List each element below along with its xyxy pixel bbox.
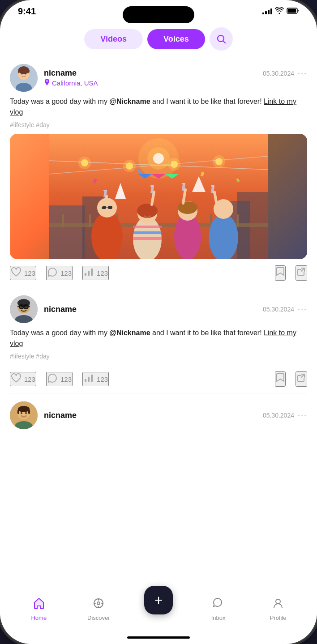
svg-rect-43 bbox=[108, 206, 112, 209]
post-1-stats-button[interactable]: 123 bbox=[82, 266, 109, 280]
svg-point-31 bbox=[213, 155, 225, 168]
avatar-man-image bbox=[10, 295, 38, 323]
stats-icon bbox=[83, 267, 94, 279]
post-1-more-button[interactable]: ··· bbox=[298, 68, 307, 78]
post-1-image[interactable] bbox=[10, 134, 307, 259]
nav-inbox-label: Inbox bbox=[211, 614, 226, 621]
post-3-date: 05.30.2024 bbox=[263, 412, 294, 419]
svg-point-81 bbox=[20, 305, 24, 309]
post-2-comment-button[interactable]: 123 bbox=[46, 372, 73, 386]
post-2-link[interactable]: Link to my vlog bbox=[10, 329, 296, 347]
add-post-button[interactable]: + bbox=[144, 586, 173, 614]
nav-inbox[interactable]: Inbox bbox=[188, 597, 248, 621]
search-button[interactable] bbox=[210, 27, 233, 51]
wifi-icon bbox=[275, 7, 284, 16]
svg-rect-93 bbox=[17, 409, 19, 414]
post-1-actions: 123 123 bbox=[10, 259, 307, 287]
stats-icon-2 bbox=[83, 373, 94, 385]
svg-rect-87 bbox=[88, 377, 90, 382]
post-1-like-button[interactable]: 123 bbox=[10, 266, 36, 280]
comment-icon-2 bbox=[47, 373, 58, 385]
post-1-meta: nicname 05.30.2024 ··· bbox=[44, 68, 307, 87]
post-3-avatar[interactable] bbox=[10, 401, 38, 429]
svg-rect-86 bbox=[85, 379, 86, 382]
svg-rect-97 bbox=[21, 416, 27, 418]
post-2-more-button[interactable]: ··· bbox=[298, 305, 307, 314]
location-icon bbox=[44, 79, 50, 86]
post-2-username[interactable]: nicname bbox=[44, 305, 77, 314]
home-indicator bbox=[0, 631, 317, 644]
post-2-share-button[interactable] bbox=[296, 371, 307, 387]
phone-frame: 9:41 bbox=[0, 0, 317, 644]
nav-home[interactable]: Home bbox=[9, 597, 69, 621]
tab-voices[interactable]: Voices bbox=[147, 29, 205, 49]
bookmark-icon-2 bbox=[276, 372, 285, 383]
post-2-date: 05.30.2024 bbox=[263, 306, 294, 313]
post-2-stats-count: 123 bbox=[97, 375, 108, 383]
post-3-more-button[interactable]: ··· bbox=[298, 411, 307, 420]
profile-icon bbox=[272, 597, 284, 613]
svg-point-10 bbox=[18, 66, 29, 74]
post-2-avatar[interactable] bbox=[10, 295, 38, 323]
svg-point-99 bbox=[97, 602, 100, 605]
avatar-image bbox=[10, 64, 38, 92]
svg-rect-88 bbox=[91, 375, 93, 382]
post-1-share-button[interactable] bbox=[296, 265, 307, 281]
svg-rect-17 bbox=[62, 214, 64, 227]
post-1-bookmark-button[interactable] bbox=[275, 265, 286, 281]
post-2-meta: nicname 05.30.2024 ··· bbox=[44, 305, 307, 314]
post-3-name-row: nicname 05.30.2024 ··· bbox=[44, 411, 307, 420]
post-2-comments-count: 123 bbox=[60, 375, 72, 383]
post-3-username[interactable]: nicname bbox=[44, 411, 77, 420]
post-2-tags: #lifestyle #day bbox=[10, 353, 307, 360]
post-1-name-row: nicname 05.30.2024 ··· bbox=[44, 68, 307, 78]
post-1-link[interactable]: Link to my vlog bbox=[10, 98, 296, 116]
svg-rect-73 bbox=[88, 271, 90, 276]
home-bar bbox=[127, 636, 190, 639]
post-1-stats-count: 123 bbox=[97, 269, 108, 277]
post-1-location-text: California, USA bbox=[52, 79, 98, 87]
post-1-header: nicname 05.30.2024 ··· bbox=[10, 64, 307, 92]
post-1-comment-button[interactable]: 123 bbox=[46, 266, 73, 280]
svg-point-34 bbox=[153, 153, 164, 164]
svg-rect-12 bbox=[49, 205, 85, 259]
stats-svg bbox=[83, 267, 94, 277]
post-2-bookmark-button[interactable] bbox=[275, 371, 286, 387]
signal-icon bbox=[262, 9, 272, 14]
nav-home-label: Home bbox=[31, 614, 47, 621]
post-1-secondary-actions bbox=[275, 265, 307, 281]
post-1-avatar[interactable] bbox=[10, 64, 38, 92]
battery-icon bbox=[287, 7, 299, 16]
post-2-secondary-actions bbox=[275, 371, 307, 387]
post-1-image-svg bbox=[10, 134, 307, 259]
post-1-likes-count: 123 bbox=[24, 269, 35, 277]
svg-point-95 bbox=[21, 412, 22, 414]
post-2-stats-button[interactable]: 123 bbox=[82, 372, 109, 386]
svg-point-96 bbox=[25, 412, 27, 414]
post-1-tags: #lifestyle #day bbox=[10, 121, 307, 128]
share-icon-2 bbox=[296, 373, 306, 383]
svg-point-50 bbox=[137, 204, 158, 218]
svg-point-82 bbox=[24, 305, 28, 309]
scroll-content[interactable]: Videos Voices bbox=[0, 20, 317, 590]
svg-rect-72 bbox=[85, 273, 86, 276]
svg-rect-64 bbox=[182, 183, 185, 184]
post-2-like-button[interactable]: 123 bbox=[10, 372, 36, 386]
post-3: nicname 05.30.2024 ··· bbox=[0, 393, 317, 443]
svg-rect-74 bbox=[91, 269, 93, 276]
post-3-header: nicname 05.30.2024 ··· bbox=[10, 401, 307, 429]
svg-rect-18 bbox=[89, 214, 91, 227]
post-1-username[interactable]: nicname bbox=[44, 68, 77, 78]
nav-profile[interactable]: Profile bbox=[248, 597, 308, 621]
nav-discover[interactable]: Discover bbox=[69, 597, 129, 621]
tab-selector: Videos Voices bbox=[0, 20, 317, 56]
search-icon bbox=[216, 34, 227, 44]
tab-videos[interactable]: Videos bbox=[84, 29, 143, 49]
svg-rect-1 bbox=[288, 9, 296, 13]
post-1-text: Today was a good day with my @Nickname a… bbox=[10, 96, 307, 118]
post-2: nicname 05.30.2024 ··· Today was a good … bbox=[0, 287, 317, 393]
svg-point-104 bbox=[276, 599, 280, 604]
svg-line-85 bbox=[28, 306, 30, 307]
svg-rect-21 bbox=[237, 214, 239, 227]
dynamic-island bbox=[123, 6, 194, 23]
